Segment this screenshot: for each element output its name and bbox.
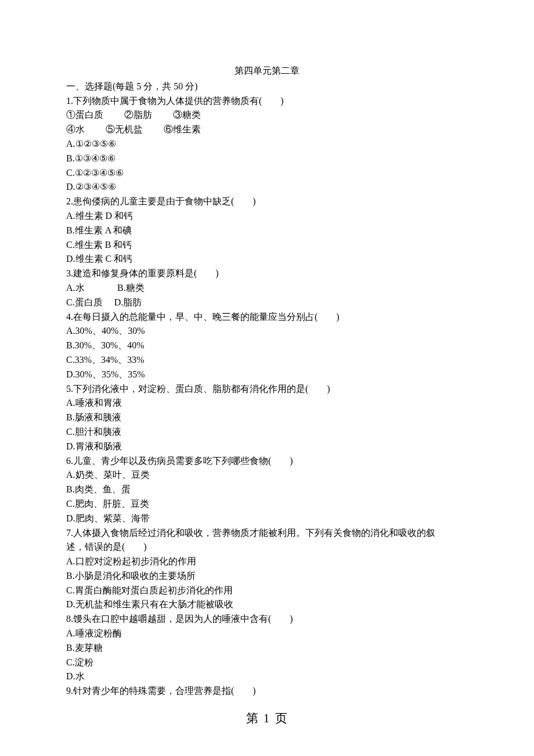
q3-option-d: D.脂肪 — [114, 296, 142, 310]
document-page: 第四单元第二章 一、选择题(每题 5 分，共 50 分) 1.下列物质中属于食物… — [0, 0, 534, 756]
q7-option-b: B.小肠是消化和吸收的主要场所 — [66, 569, 468, 584]
q5-option-b: B.肠液和胰液 — [66, 411, 468, 425]
q4-option-a: A.30%、40%、30% — [66, 324, 468, 339]
q8-option-d: D.水 — [66, 669, 468, 684]
q4-stem: 4.在每日摄入的总能量中，早、中、晚三餐的能量应当分别占( ) — [66, 310, 468, 325]
q7-option-c: C.胃蛋白酶能对蛋白质起初步消化的作用 — [66, 584, 468, 598]
q1-item-5: ⑤无机盐 — [106, 124, 143, 134]
q6-stem: 6.儿童、青少年以及伤病员需要多吃下列哪些食物( ) — [66, 454, 468, 469]
q5-stem: 5.下列消化液中，对淀粉、蛋白质、脂肪都有消化作用的是( ) — [66, 382, 468, 397]
q2-option-a: A.维生素 D 和钙 — [66, 209, 468, 224]
q3-options-line2: C.蛋白质 D.脂肪 — [66, 296, 468, 310]
q6-option-b: B.肉类、鱼、蛋 — [66, 483, 468, 497]
q8-option-b: B.麦芽糖 — [66, 641, 468, 656]
q1-item-3: ③糖类 — [173, 110, 201, 120]
q4-option-b: B.30%、30%、40% — [66, 339, 468, 353]
q1-option-d: D.②③④⑤⑥ — [66, 180, 468, 195]
q3-option-a: A.水 — [66, 281, 115, 296]
q7-option-a: A.口腔对淀粉起初步消化的作用 — [66, 555, 468, 569]
q6-option-c: C.肥肉、肝脏、豆类 — [66, 497, 468, 512]
q1-option-a: A.①②③⑤⑥ — [66, 137, 468, 152]
q4-option-d: D.30%、35%、35% — [66, 368, 468, 382]
q3-options-line1: A.水 B.糖类 — [66, 281, 468, 296]
q5-option-c: C.胆汁和胰液 — [66, 425, 468, 440]
q1-stem: 1.下列物质中属于食物为人体提供的营养物质有( ) — [66, 94, 468, 109]
q2-stem: 2.患佝偻病的儿童主要是由于食物中缺乏( ) — [66, 195, 468, 209]
q2-option-d: D.维生素 C 和钙 — [66, 252, 468, 267]
q5-option-a: A.唾液和胃液 — [66, 396, 468, 411]
q1-items-line1: ①蛋白质 ②脂肪 ③糖类 — [66, 108, 468, 123]
q9-stem: 9.针对青少年的特殊需要，合理营养是指( ) — [66, 684, 468, 699]
chapter-title: 第四单元第二章 — [66, 64, 468, 78]
q1-item-2: ②脂肪 — [124, 110, 152, 120]
q4-option-c: C.33%、34%、33% — [66, 353, 468, 368]
q6-option-d: D.肥肉、紫菜、海带 — [66, 512, 468, 526]
q3-option-b: B.糖类 — [117, 281, 145, 296]
q1-option-c: C.①②③④⑤⑥ — [66, 166, 468, 181]
q1-item-4: ④水 — [66, 124, 85, 134]
q2-option-c: C.维生素 B 和钙 — [66, 238, 468, 253]
q3-stem: 3.建造和修复身体的重要原料是( ) — [66, 267, 468, 281]
q2-option-b: B.维生素 A 和碘 — [66, 224, 468, 238]
q7-stem-line1: 7.人体摄入食物后经过消化和吸收，营养物质才能被利用。下列有关食物的消化和吸收的… — [66, 526, 468, 541]
q8-stem: 8.馒头在口腔中越嚼越甜，是因为人的唾液中含有( ) — [66, 612, 468, 627]
q1-option-b: B.①③④⑤⑥ — [66, 152, 468, 166]
q8-option-c: C.淀粉 — [66, 656, 468, 670]
q3-option-c: C.蛋白质 — [66, 296, 103, 310]
q1-item-1: ①蛋白质 — [66, 110, 103, 120]
section-heading: 一、选择题(每题 5 分，共 50 分) — [66, 80, 468, 94]
q1-item-6: ⑥维生素 — [164, 124, 201, 134]
q1-items-line2: ④水 ⑤无机盐 ⑥维生素 — [66, 123, 468, 137]
q7-stem-line2: 述，错误的是( ) — [66, 540, 468, 555]
q7-option-d: D.无机盐和维生素只有在大肠才能被吸收 — [66, 597, 468, 612]
q5-option-d: D.胃液和肠液 — [66, 440, 468, 454]
q6-option-a: A.奶类、菜叶、豆类 — [66, 468, 468, 483]
q8-option-a: A.唾液淀粉酶 — [66, 627, 468, 641]
page-number: 第 1 页 — [0, 709, 534, 728]
